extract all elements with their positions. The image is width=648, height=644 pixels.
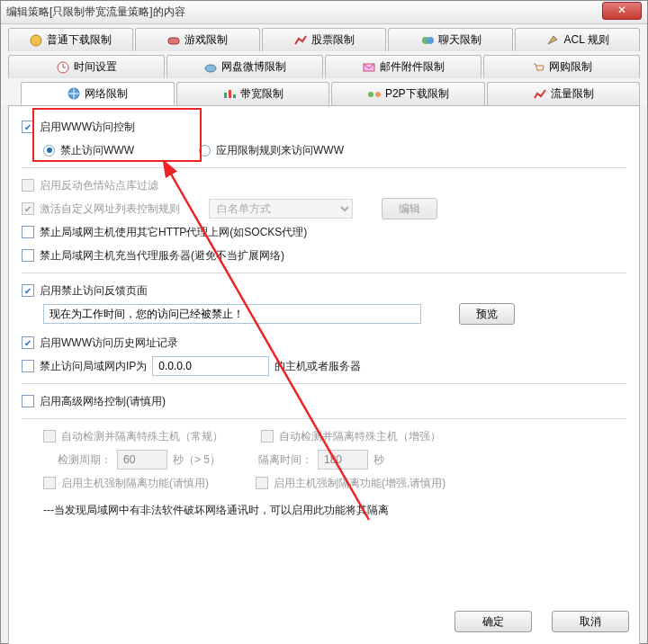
tab-label: 邮件附件限制 — [380, 59, 445, 75]
checkbox-forbid-ip[interactable] — [22, 360, 34, 372]
checkbox-force-iso-enh — [256, 477, 268, 489]
tabs-row-2: 时间设置 网盘微博限制 邮件附件限制 网购限制 — [1, 51, 647, 78]
radio-forbid-www[interactable] — [43, 145, 55, 157]
tab-label: 普通下载限制 — [47, 32, 112, 48]
tab-network[interactable]: 网络限制 — [21, 82, 175, 105]
divider — [22, 273, 626, 273]
checkbox-history[interactable] — [22, 336, 34, 349]
label-forbid-host-proxy: 禁止局域网主机充当代理服务器(避免不当扩展网络) — [40, 248, 284, 264]
divider — [22, 383, 626, 384]
label-force-iso: 启用主机强制隔离功能(请慎用) — [61, 476, 209, 491]
title-bar: 编辑策略[只限制带宽流量策略]的内容 ✕ — [1, 1, 647, 24]
input-detect-period — [117, 450, 167, 470]
label-url-rules: 激活自定义网址列表控制规则 — [40, 201, 180, 217]
footer: 确定 取消 — [454, 611, 629, 632]
tabs-row-1: 普通下载限制 游戏限制 股票限制 聊天限制 ACL 规则 — [1, 24, 647, 51]
game-icon — [166, 33, 181, 48]
row-feedback-text: 预览 — [43, 302, 626, 326]
label-antiporn: 启用反动色情站点库过滤 — [40, 178, 158, 193]
row-note: ---当发现局域网中有非法软件破坏网络通讯时，可以启用此功能将其隔离 — [43, 498, 626, 522]
tab-label: 网购限制 — [549, 59, 592, 75]
clock-icon — [56, 60, 70, 75]
mail-icon — [362, 60, 376, 75]
tab-mail[interactable]: 邮件附件限制 — [325, 55, 482, 78]
tabs-row-3: 网络限制 带宽限制 P2P下载限制 流量限制 — [1, 78, 647, 105]
svg-point-5 — [205, 65, 216, 72]
tab-label: 股票限制 — [311, 32, 355, 48]
traffic-icon — [533, 87, 547, 102]
input-ip[interactable] — [152, 356, 269, 376]
label-history: 启用WWW访问历史网址记录 — [40, 335, 178, 351]
label-auto-enhanced: 自动检测并隔离特殊主机（增强） — [279, 429, 441, 444]
row-url-rules: 激活自定义网址列表控制规则 白名单方式 编辑 — [22, 197, 626, 220]
label-auto-normal: 自动检测并隔离特殊主机（常规） — [61, 429, 223, 444]
checkbox-adv[interactable] — [22, 395, 34, 407]
label-forbid-ip: 禁止访问局域网内IP为 — [40, 359, 147, 374]
checkbox-feedback[interactable] — [22, 284, 34, 297]
row-forbid-host-proxy: 禁止局域网主机充当代理服务器(避免不当扩展网络) — [22, 244, 626, 267]
tab-label: ACL 规则 — [563, 32, 608, 48]
checkbox-forbid-proxy[interactable] — [22, 226, 34, 238]
tab-acl[interactable]: ACL 规则 — [515, 28, 640, 51]
checkbox-auto-normal — [43, 430, 56, 443]
label-note: ---当发现局域网中有非法软件破坏网络通讯时，可以启用此功能将其隔离 — [43, 503, 389, 518]
content-panel: 启用WWW访问控制 禁止访问WWW 应用限制规则来访问WWW 启用反动色情站点库… — [8, 105, 640, 644]
tab-time[interactable]: 时间设置 — [8, 55, 165, 78]
acl-icon — [545, 33, 560, 48]
tab-label: 游戏限制 — [184, 32, 228, 48]
tab-label: 带宽限制 — [240, 86, 284, 102]
tab-download[interactable]: 普通下载限制 — [8, 28, 133, 51]
radio-apply-rule-www[interactable] — [199, 145, 211, 157]
label-enable-www: 启用WWW访问控制 — [40, 120, 135, 135]
row-enable-www: 启用WWW访问控制 — [22, 115, 626, 139]
p2p-icon — [367, 87, 382, 102]
row-history: 启用WWW访问历史网址记录 — [22, 331, 626, 354]
bandwidth-icon — [222, 87, 237, 102]
svg-rect-1 — [168, 38, 179, 44]
checkbox-antiporn — [22, 179, 34, 192]
window-title: 编辑策略[只限制带宽流量策略]的内容 — [6, 4, 602, 20]
button-edit: 编辑 — [382, 198, 437, 219]
checkbox-enable-www[interactable] — [22, 121, 34, 133]
close-button[interactable]: ✕ — [602, 2, 642, 20]
input-isolate-time — [318, 450, 368, 470]
tab-p2p[interactable]: P2P下载限制 — [331, 82, 485, 105]
checkbox-force-iso — [43, 477, 56, 489]
stock-icon — [293, 33, 308, 48]
button-cancel[interactable]: 取消 — [552, 611, 629, 632]
row-forbid-ip: 禁止访问局域网内IP为 的主机或者服务器 — [22, 354, 626, 378]
label-apply-rule-www: 应用限制规则来访问WWW — [216, 143, 344, 158]
tab-netdisk[interactable]: 网盘微博限制 — [166, 55, 323, 78]
chat-icon — [420, 33, 435, 48]
checkbox-forbid-host-proxy[interactable] — [22, 249, 34, 262]
row-adv: 启用高级网络控制(请慎用) — [22, 389, 626, 413]
tab-traffic[interactable]: 流量限制 — [487, 82, 641, 105]
divider — [22, 418, 626, 419]
label-adv: 启用高级网络控制(请慎用) — [40, 394, 166, 409]
row-force-iso: 启用主机强制隔离功能(请慎用) 启用主机强制隔离功能(增强,请慎用) — [43, 471, 626, 495]
tab-label: 聊天限制 — [438, 32, 482, 48]
row-feedback: 启用禁止访问反馈页面 — [22, 279, 626, 302]
tab-label: 网络限制 — [85, 86, 128, 102]
button-ok[interactable]: 确定 — [454, 611, 532, 632]
label-forbid-www: 禁止访问WWW — [60, 143, 134, 158]
tab-label: 网盘微博限制 — [221, 59, 286, 75]
tab-shop[interactable]: 网购限制 — [483, 55, 640, 78]
row-auto-detect: 自动检测并隔离特殊主机（常规） 自动检测并隔离特殊主机（增强） — [43, 425, 626, 448]
label-isolate-time: 隔离时间： — [258, 452, 312, 468]
tab-bandwidth[interactable]: 带宽限制 — [176, 82, 330, 105]
tab-stock[interactable]: 股票限制 — [262, 28, 387, 51]
label-seconds: 秒 — [374, 452, 384, 468]
tab-game[interactable]: 游戏限制 — [135, 28, 260, 51]
label-ip-suffix: 的主机或者服务器 — [274, 359, 361, 374]
label-detect-period: 检测周期： — [58, 452, 112, 468]
cloud-icon — [203, 60, 218, 75]
select-whitelist: 白名单方式 — [209, 199, 353, 219]
row-antiporn: 启用反动色情站点库过滤 — [22, 174, 626, 197]
button-preview[interactable]: 预览 — [459, 303, 515, 325]
svg-point-3 — [427, 37, 434, 44]
input-feedback-text[interactable] — [43, 304, 421, 324]
tab-label: P2P下载限制 — [385, 86, 449, 102]
label-forbid-proxy: 禁止局域网主机使用其它HTTP代理上网(如SOCKS代理) — [40, 225, 307, 240]
tab-chat[interactable]: 聊天限制 — [388, 28, 513, 51]
